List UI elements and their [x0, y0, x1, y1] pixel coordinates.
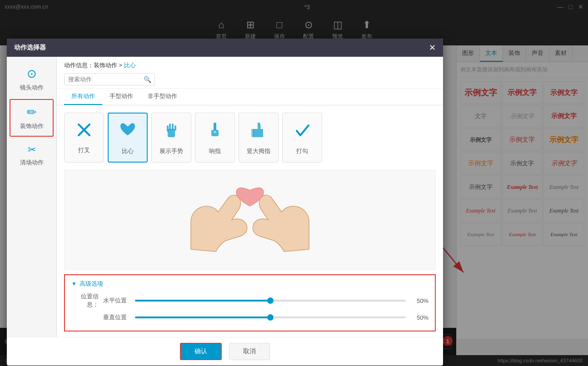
action-card-clap[interactable]: 打叉	[64, 113, 104, 163]
chevron-down-icon: ▼	[71, 281, 77, 287]
sidebar-item-lens[interactable]: ⊙ 镜头动作	[7, 61, 56, 97]
svg-rect-6	[174, 125, 176, 131]
preview-svg	[164, 177, 336, 263]
hpos-slider[interactable]	[135, 300, 406, 302]
sidebar-item-decor[interactable]: ✏ 装饰动作	[10, 99, 54, 137]
action-thumb-label: 竖大拇指	[247, 147, 270, 155]
action-snap-label: 响指	[209, 147, 221, 155]
action-clap-label: 打叉	[78, 146, 90, 154]
modal-sidebar: ⊙ 镜头动作 ✏ 装饰动作 ✂ 清场动作	[7, 57, 57, 337]
action-card-snap[interactable]: 响指	[195, 113, 235, 163]
hpos-label: 水平位置	[103, 297, 127, 305]
tab-nonhand-actions[interactable]: 非手型动作	[140, 89, 184, 105]
vpos-value: 50%	[410, 314, 429, 321]
vpos-slider[interactable]	[135, 317, 406, 318]
position-info-row: 位置信息： 水平位置 50%	[71, 292, 429, 309]
action-check-label: 打勾	[296, 147, 308, 155]
action-card-check[interactable]: 打勾	[282, 113, 322, 163]
modal-header: 动作选择器 ✕	[7, 39, 443, 57]
tab-hand-actions[interactable]: 手型动作	[102, 89, 140, 105]
sidebar-clear-label: 清场动作	[20, 158, 44, 167]
svg-rect-4	[169, 124, 171, 130]
action-card-heart[interactable]: 比心	[108, 113, 148, 163]
tab-all-actions[interactable]: 所有动作	[64, 89, 102, 105]
search-box: 🔍	[64, 73, 155, 85]
hpos-slider-thumb[interactable]	[267, 297, 274, 304]
svg-rect-10	[251, 129, 254, 137]
action-card-show[interactable]: 展示手势	[151, 113, 191, 163]
preview-area	[64, 170, 436, 270]
breadcrumb-current[interactable]: 比心	[124, 62, 136, 69]
clap-icon	[75, 121, 93, 143]
search-icon: 🔍	[144, 76, 151, 83]
svg-rect-2	[168, 129, 175, 137]
action-show-label: 展示手势	[159, 147, 183, 155]
svg-point-9	[214, 130, 216, 133]
action-selector-modal: 动作选择器 ✕ ⊙ 镜头动作 ✏ 装饰动作 ✂ 清场动作 动作信息：装	[7, 39, 443, 366]
clear-icon: ✂	[28, 144, 36, 156]
modal-footer: 确认 取消	[7, 337, 443, 366]
modal-close-button[interactable]: ✕	[429, 44, 436, 52]
sidebar-item-clear[interactable]: ✂ 清场动作	[7, 138, 56, 172]
modal-main-content: 动作信息：装饰动作 > 比心 🔍 所有动作 手型动作 非手型动作	[57, 57, 443, 337]
lens-icon: ⊙	[27, 67, 37, 81]
snap-icon	[205, 120, 225, 143]
actions-grid: 打叉 比心	[57, 105, 443, 170]
vpos-slider-fill	[135, 317, 270, 318]
advanced-toggle[interactable]: ▼ 高级选项	[71, 280, 429, 288]
breadcrumb-prefix: 动作信息：装饰动作 >	[64, 62, 124, 69]
vpos-slider-thumb[interactable]	[267, 314, 274, 321]
show-hands-icon	[161, 120, 181, 143]
heart-hands-icon	[118, 120, 138, 143]
action-heart-label: 比心	[122, 147, 134, 155]
modal-body: ⊙ 镜头动作 ✏ 装饰动作 ✂ 清场动作 动作信息：装饰动作 > 比心	[7, 57, 443, 337]
vpos-label: 垂直位置	[103, 313, 127, 321]
modal-top-bar: 动作信息：装饰动作 > 比心 🔍	[57, 57, 443, 89]
svg-rect-3	[167, 125, 169, 132]
sidebar-lens-label: 镜头动作	[20, 84, 44, 92]
svg-rect-5	[172, 124, 174, 130]
vpos-row: 垂直位置 50%	[71, 313, 429, 321]
check-icon	[292, 120, 312, 143]
search-input[interactable]	[64, 73, 155, 85]
advanced-section: ▼ 高级选项 位置信息： 水平位置 50% 垂直位置	[64, 274, 436, 331]
decor-icon: ✏	[27, 105, 37, 119]
hpos-value: 50%	[410, 297, 429, 304]
thumb-icon	[249, 120, 269, 143]
action-card-thumb[interactable]: 竖大拇指	[239, 113, 279, 163]
confirm-button[interactable]: 确认	[180, 343, 222, 360]
breadcrumb: 动作信息：装饰动作 > 比心	[64, 61, 436, 69]
hpos-slider-fill	[135, 300, 270, 302]
position-label: 位置信息：	[71, 292, 99, 309]
cancel-button[interactable]: 取消	[229, 343, 270, 360]
sidebar-decor-label: 装饰动作	[20, 122, 44, 130]
advanced-title: 高级选项	[80, 280, 103, 288]
action-tabs: 所有动作 手型动作 非手型动作	[57, 89, 443, 105]
modal-title: 动作选择器	[14, 44, 46, 52]
